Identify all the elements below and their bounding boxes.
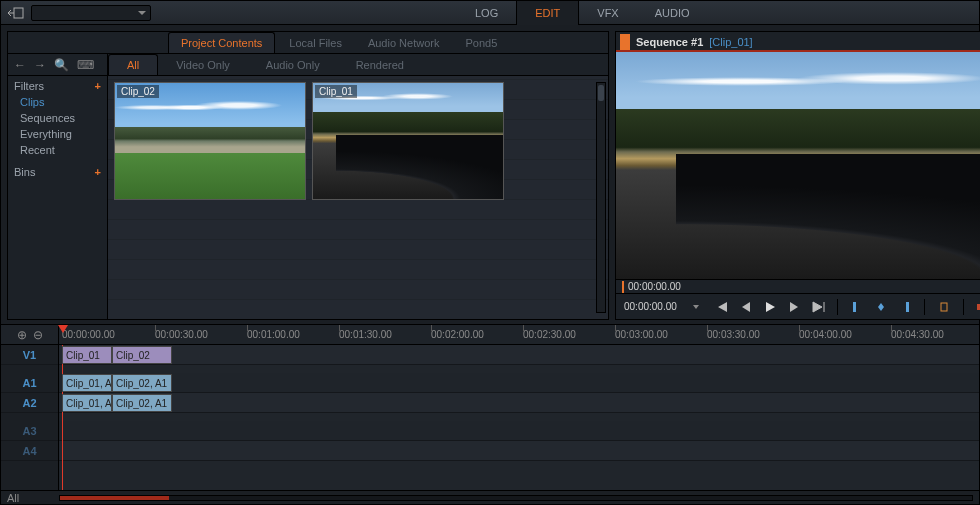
filter-sequences[interactable]: Sequences [14,110,101,126]
keyboard-icon[interactable]: ⌨ [77,58,94,72]
tab-local-files[interactable]: Local Files [277,33,354,53]
svg-rect-0 [14,8,23,18]
separator [837,299,838,315]
filter-recent[interactable]: Recent [14,142,101,158]
timeline-clip[interactable]: Clip_02 [112,346,172,364]
sequence-flag-icon[interactable] [620,34,630,50]
svg-rect-1 [941,303,947,311]
play-icon[interactable] [763,300,777,314]
go-end-icon[interactable] [811,300,825,314]
bins-label: Bins [14,166,35,178]
viewer-scrub-bar[interactable]: 00:00:00.00 [616,279,980,293]
mark-in-icon[interactable] [850,300,864,314]
track-header-a3[interactable]: A3 [1,421,58,441]
tab-all[interactable]: All [108,54,158,75]
timeline-ruler[interactable]: ⊕ ⊖ 00:00:00.0000:00:30.0000:01:00.0000:… [1,325,979,345]
step-fwd-icon[interactable] [787,300,801,314]
browser-body: ← → 🔍 ⌨ Filters + Clips Sequences Everyt… [8,54,608,319]
footer-all-label[interactable]: All [7,492,59,504]
timeline-clip[interactable]: Clip_01, A1 [62,394,112,412]
scrollbar[interactable] [596,82,606,313]
scrollbar-knob[interactable] [598,85,604,101]
mode-vfx[interactable]: VFX [579,1,636,25]
clip-thumbnail[interactable]: Clip_01 [312,82,504,200]
track-gap [1,413,58,421]
timeline-clip[interactable]: Clip_02, A1 [112,394,172,412]
add-bin-icon[interactable]: + [95,166,101,178]
filters-label: Filters [14,80,44,92]
ruler-mark: 00:02:30.00 [523,325,576,344]
timeline-body: V1 A1 A2 A3 A4 Clip_01Clip_02Clip_01, A1… [1,345,979,490]
filters-heading: Filters + [14,80,101,92]
timeline-clip[interactable]: Clip_02, A1 [112,374,172,392]
timeline-panel: ⊕ ⊖ 00:00:00.0000:00:30.0000:01:00.0000:… [1,324,979,504]
browser-sidebar: ← → 🔍 ⌨ Filters + Clips Sequences Everyt… [8,54,108,319]
tab-pond5[interactable]: Pond5 [453,33,509,53]
ruler-marks[interactable]: 00:00:00.0000:00:30.0000:01:00.0000:01:3… [59,325,979,344]
mark-out-icon[interactable] [898,300,912,314]
track-area[interactable]: Clip_01Clip_02Clip_01, A1Clip_02, A1Clip… [59,345,979,490]
zoom-out-icon[interactable]: ⊖ [33,328,43,342]
viewer-clip-name: [Clip_01] [709,36,752,48]
bins-section: Bins + [8,162,107,184]
zoom-controls: ⊕ ⊖ [1,325,59,344]
track-headers: V1 A1 A2 A3 A4 [1,345,59,490]
add-filter-icon[interactable]: + [95,80,101,92]
track-header-a4[interactable]: A4 [1,441,58,461]
timeline-footer: All [1,490,979,504]
transport-timecode: 00:00:00.00 [624,301,677,312]
viewer-canvas[interactable] [616,52,980,279]
track-v1[interactable] [59,345,979,365]
thumbnail-grid: Clip_02 Clip_01 [108,76,608,319]
track-header-a2[interactable]: A2 [1,393,58,413]
project-dropdown[interactable] [31,5,151,21]
viewer-image [616,52,980,279]
tab-audio-only[interactable]: Audio Only [248,55,338,75]
track-a2[interactable] [59,393,979,413]
track-a1[interactable] [59,373,979,393]
add-marker-icon[interactable] [937,300,951,314]
track-header-a1[interactable]: A1 [1,373,58,393]
zoom-in-icon[interactable]: ⊕ [17,328,27,342]
thumbnail-label: Clip_01 [315,85,357,98]
mode-edit[interactable]: EDIT [516,1,579,25]
mode-log[interactable]: LOG [457,1,516,25]
separator [963,299,964,315]
filter-everything[interactable]: Everything [14,126,101,142]
filter-clips[interactable]: Clips [14,94,101,110]
browser-panel: Project Contents Local Files Audio Netwo… [7,31,609,320]
timecode-menu-icon[interactable] [693,305,699,309]
clip-thumbnail[interactable]: Clip_02 [114,82,306,200]
ruler-mark: 00:01:00.00 [247,325,300,344]
tab-video-only[interactable]: Video Only [158,55,248,75]
track-header-v1[interactable]: V1 [1,345,58,365]
nav-fwd-icon[interactable]: → [34,58,46,72]
track-a4[interactable] [59,441,979,461]
thumbnail-image [313,83,503,199]
tab-project-contents[interactable]: Project Contents [168,32,275,53]
navigator-range[interactable] [60,496,169,500]
clear-marks-icon[interactable] [874,300,888,314]
go-start-icon[interactable] [715,300,729,314]
timeline-clip[interactable]: Clip_01 [62,346,112,364]
tab-rendered[interactable]: Rendered [338,55,422,75]
track-a3[interactable] [59,421,979,441]
insert-clip-icon[interactable] [976,300,980,314]
mode-audio[interactable]: AUDIO [637,1,708,25]
ruler-mark: 00:03:30.00 [707,325,760,344]
sequence-name: Sequence #1 [636,36,703,48]
menu-bar: LOG EDIT VFX AUDIO [1,1,979,25]
scrub-timecode: 00:00:00.00 [628,281,681,292]
timeline-clip[interactable]: Clip_01, A1 [62,374,112,392]
timeline-playhead[interactable] [62,345,63,490]
search-icon[interactable]: 🔍 [54,58,69,72]
ruler-mark: 00:02:00.00 [431,325,484,344]
exit-icon[interactable] [7,5,25,21]
tab-audio-network[interactable]: Audio Network [356,33,452,53]
ruler-mark: 00:01:30.00 [339,325,392,344]
ruler-mark: 00:04:30.00 [891,325,944,344]
timeline-navigator[interactable] [59,495,973,501]
nav-back-icon[interactable]: ← [14,58,26,72]
playhead-icon[interactable] [622,281,624,293]
step-back-icon[interactable] [739,300,753,314]
